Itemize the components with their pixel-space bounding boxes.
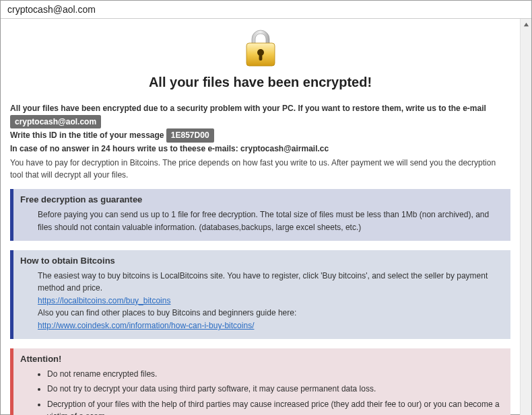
vertical-scrollbar[interactable] (520, 19, 531, 415)
intro-line2: Write this ID in the title of your messa… (10, 130, 164, 140)
intro-text: All your files have been encrypted due t… (10, 102, 510, 155)
window-title: cryptocash@aol.com (7, 4, 96, 15)
panel-btc-title: How to obtain Bitcoins (20, 256, 504, 266)
panel-free-title: Free decryption as guarantee (20, 194, 504, 204)
panel-free-decryption: Free decryption as guarantee Before payi… (10, 189, 510, 240)
intro-line3a: In case of no answer in 24 hours write u… (10, 144, 238, 153)
btc-link2[interactable]: http://www.coindesk.com/information/how-… (38, 321, 254, 330)
payment-note: You have to pay for decryption in Bitcoi… (10, 157, 510, 181)
email-chip: cryptocash@aol.com (10, 115, 101, 129)
main-heading: All your files have been encrypted! (10, 75, 510, 90)
lock-icon (241, 27, 280, 69)
panel-attention: Attention! Do not rename encrypted files… (10, 348, 510, 415)
titlebar: cryptocash@aol.com (1, 1, 531, 19)
panel-btc-body: The easiest way to buy bitcoins is Local… (20, 270, 504, 332)
warn-b2: Do not try to decrypt your data using th… (47, 383, 504, 395)
intro-email2: cryptocash@airmail.cc (240, 144, 329, 153)
btc-line2: Also you can find other places to buy Bi… (38, 308, 296, 317)
btc-link1[interactable]: https://localbitcoins.com/buy_bitcoins (38, 296, 170, 305)
warn-b3: Decryption of your files with the help o… (47, 398, 504, 415)
scroll-up-arrow[interactable] (521, 19, 532, 30)
btc-line1: The easiest way to buy bitcoins is Local… (38, 271, 488, 293)
warn-b1: Do not rename encrypted files. (47, 368, 504, 381)
id-chip: 1E857D00 (166, 128, 214, 143)
lock-wrap (10, 27, 510, 69)
content-wrap: All your files have been encrypted! All … (1, 19, 531, 415)
panel-bitcoins: How to obtain Bitcoins The easiest way t… (10, 250, 510, 339)
warn-bullets: Do not rename encrypted files. Do not tr… (20, 368, 504, 415)
intro-line1: All your files have been encrypted due t… (10, 104, 486, 113)
app-window: cryptocash@aol.com (0, 0, 532, 415)
svg-rect-2 (259, 54, 262, 61)
content-area: All your files have been encrypted! All … (1, 19, 520, 415)
panel-warn-title: Attention! (20, 354, 504, 364)
panel-free-body: Before paying you can send us up to 1 fi… (20, 209, 504, 233)
